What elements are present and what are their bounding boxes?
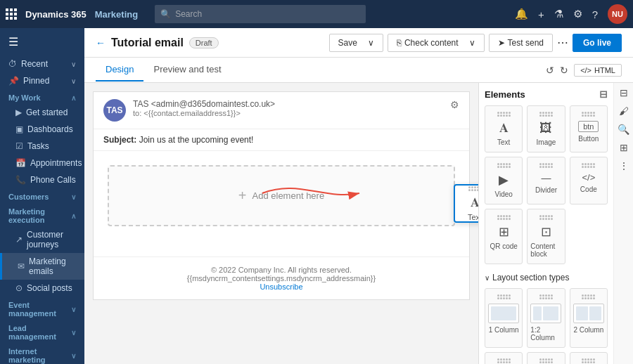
panel-icon-more[interactable]: ⋮ xyxy=(619,160,629,171)
1col-preview xyxy=(488,304,519,323)
drag-handle-dots xyxy=(468,186,479,191)
sidebar-item-pinned[interactable]: 📌Pinned ∨ xyxy=(0,72,84,89)
layout-section-header[interactable]: ∨ Layout section types xyxy=(485,273,608,282)
drag-dots xyxy=(539,215,553,220)
panel-view-icon[interactable]: ⊟ xyxy=(599,89,608,100)
lead-management-header[interactable]: Lead management ∨ xyxy=(0,320,84,343)
layout-tile-21col[interactable]: 2:1 Column xyxy=(485,352,523,364)
test-send-button[interactable]: ➤ Test send xyxy=(489,34,553,52)
top-navigation: Dynamics 365 Marketing 🔍 Search 🔔 + ⚗ ⚙ … xyxy=(0,0,633,28)
email-settings-icon[interactable]: ⚙ xyxy=(450,99,459,110)
layout-tile-3col[interactable]: 3 Column xyxy=(527,352,565,364)
hamburger-button[interactable]: ☰ xyxy=(0,28,84,56)
panel-icon-grid[interactable]: ⊞ xyxy=(620,142,628,153)
notifications-icon[interactable]: 🔔 xyxy=(515,8,528,20)
email-header: TAS TAS <admin@d365domaintest.co.uk> to:… xyxy=(94,92,469,129)
element-tile-video[interactable]: ▶ Video xyxy=(485,157,523,204)
user-avatar[interactable]: NU xyxy=(608,4,627,24)
layout-tile-12col[interactable]: 1:2 Column xyxy=(527,288,565,348)
qr-tile-icon: ⊞ xyxy=(499,224,509,240)
sidebar-item-get-started[interactable]: ▶Get started xyxy=(0,104,84,121)
elements-grid: 𝐀 Text 🖼 Image btn B xyxy=(485,105,608,264)
unsubscribe-link[interactable]: Unsubscribe xyxy=(260,282,302,291)
panel-icon-brush[interactable]: 🖌 xyxy=(619,105,629,117)
back-button[interactable]: ← xyxy=(96,37,106,48)
chevron-up-icon: ∧ xyxy=(71,212,76,220)
drag-dots xyxy=(582,163,595,168)
element-tile-text[interactable]: 𝐀 Text xyxy=(485,105,523,152)
email-body[interactable]: + Add element here 𝐀 Text xyxy=(94,151,469,256)
image-tile-icon: 🖼 xyxy=(539,121,552,136)
content-block-tile-icon: ⊡ xyxy=(541,224,551,240)
app-logo[interactable]: Dynamics 365 Marketing xyxy=(6,8,138,20)
undo-button[interactable]: ↺ xyxy=(546,65,554,76)
add-icon[interactable]: + xyxy=(538,8,544,20)
element-tile-code[interactable]: </> Code xyxy=(570,157,608,204)
html-toggle-button[interactable]: </> HTML xyxy=(574,64,622,77)
video-tile-icon: ▶ xyxy=(499,172,509,188)
email-footer: © 2022 Company Inc. All rights reserved.… xyxy=(94,256,469,299)
more-options-button[interactable]: ⋯ xyxy=(557,36,568,49)
text-element-label: Text xyxy=(468,213,478,221)
sidebar-item-dashboards[interactable]: ▣Dashboards xyxy=(0,121,84,138)
sidebar-item-recent[interactable]: ⏱Recent ∨ xyxy=(0,56,84,72)
right-panel: Elements ⊟ 𝐀 Text 🖼 xyxy=(478,83,633,364)
canvas-area: TAS TAS <admin@d365domaintest.co.uk> to:… xyxy=(84,83,633,364)
text-element-icon: 𝐀 xyxy=(471,195,479,210)
element-tile-qr[interactable]: ⊞ QR code xyxy=(485,209,523,264)
layout-grid: 1 Column 1:2 Column xyxy=(485,288,608,364)
elements-panel: Elements ⊟ 𝐀 Text 🖼 xyxy=(479,83,613,364)
save-dropdown-arrow[interactable]: ∨ xyxy=(363,38,374,48)
sidebar-item-tasks[interactable]: ☑Tasks xyxy=(0,138,84,155)
chevron-down-icon: ∨ xyxy=(71,352,76,360)
sidebar-item-customer-journeys[interactable]: ↗Customer journeys xyxy=(0,226,84,253)
tab-preview-test[interactable]: Preview and test xyxy=(143,58,231,82)
email-icon: ✉ xyxy=(18,261,25,271)
customers-header[interactable]: Customers ∨ xyxy=(0,188,84,203)
my-work-header[interactable]: My Work ∧ xyxy=(0,89,84,104)
internet-marketing-header[interactable]: Internet marketing ∨ xyxy=(0,343,84,364)
search-bar[interactable]: 🔍 Search xyxy=(155,5,366,23)
panel-icon-layers[interactable]: ⊟ xyxy=(620,87,628,98)
text-tile-icon: 𝐀 xyxy=(499,121,509,136)
drag-dots xyxy=(539,163,553,168)
journey-icon: ↗ xyxy=(15,235,23,245)
drag-dots xyxy=(539,358,553,363)
play-icon: ▶ xyxy=(15,108,22,117)
help-icon[interactable]: ? xyxy=(592,8,598,20)
sidebar-item-appointments[interactable]: 📅Appointments xyxy=(0,155,84,171)
email-canvas: TAS TAS <admin@d365domaintest.co.uk> to:… xyxy=(84,83,478,364)
layout-tile-1col[interactable]: 1 Column xyxy=(485,288,523,348)
panel-icon-search[interactable]: 🔍 xyxy=(618,124,629,135)
save-button[interactable]: Save ∨ xyxy=(329,34,383,52)
element-tile-divider[interactable]: — Divider xyxy=(527,157,565,204)
element-tile-image[interactable]: 🖼 Image xyxy=(527,105,565,152)
drag-dots xyxy=(497,215,511,220)
clock-icon: ⏱ xyxy=(8,59,17,69)
tab-design[interactable]: Design xyxy=(96,58,143,82)
element-tile-content-block[interactable]: ⊡ Content block xyxy=(527,209,565,264)
draft-badge: Draft xyxy=(189,37,219,48)
layout-tile-2col[interactable]: 2 Column xyxy=(570,288,608,348)
plus-icon: + xyxy=(238,188,247,204)
email-panel: TAS TAS <admin@d365domaintest.co.uk> to:… xyxy=(93,91,470,300)
sidebar-item-phone-calls[interactable]: 📞Phone Calls xyxy=(0,171,84,188)
check-content-button[interactable]: ⎘ Check content ∨ xyxy=(388,34,485,52)
check-content-dropdown[interactable]: ∨ xyxy=(464,38,475,48)
redo-button[interactable]: ↻ xyxy=(560,65,568,76)
event-management-header[interactable]: Event management ∨ xyxy=(0,297,84,320)
filter-icon[interactable]: ⚗ xyxy=(554,8,563,20)
element-tile-button[interactable]: btn Button xyxy=(570,105,608,152)
phone-icon: 📞 xyxy=(15,175,26,185)
add-element-zone[interactable]: + Add element here 𝐀 Text xyxy=(108,165,455,226)
layout-tile-custom[interactable]: ✏ Custom xyxy=(570,352,608,364)
settings-icon[interactable]: ⚙ xyxy=(573,8,582,20)
drag-dots xyxy=(539,294,553,299)
marketing-execution-header[interactable]: Marketing execution ∧ xyxy=(0,203,84,226)
go-live-button[interactable]: Go live xyxy=(573,34,622,52)
search-icon: 🔍 xyxy=(160,9,171,19)
chevron-down-icon: ∨ xyxy=(71,193,76,201)
sidebar-item-social-posts[interactable]: ⊙Social posts xyxy=(0,280,84,297)
sidebar-item-marketing-emails[interactable]: ✉Marketing emails xyxy=(0,253,84,280)
drag-dots xyxy=(582,112,595,117)
